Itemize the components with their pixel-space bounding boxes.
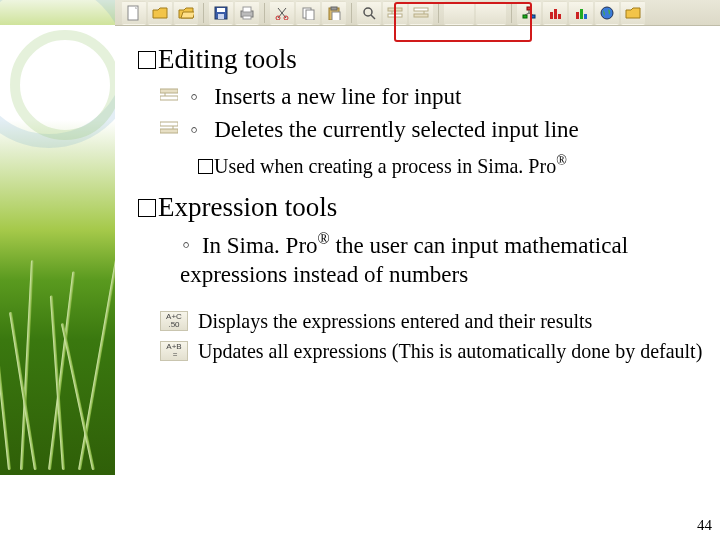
svg-rect-18 [331,7,337,10]
svg-rect-10 [243,16,251,19]
list-item-text: Deletes the currently selected input lin… [214,114,579,145]
svg-rect-9 [243,7,251,12]
editing-note-text: Used when creating a process in Sima. Pr… [214,155,556,177]
folder-icon[interactable] [621,1,645,25]
expression-para-a: In Sima. Pro [202,232,318,257]
svg-rect-36 [558,14,561,19]
svg-marker-41 [626,8,640,18]
sidebar-decorative [0,0,115,540]
registered-mark: ® [318,230,330,247]
copy-icon[interactable] [296,1,320,25]
insert-line-icon[interactable] [383,1,407,25]
svg-rect-25 [414,8,428,11]
svg-rect-43 [160,96,178,100]
bullet-ring: ◦ [190,114,198,145]
editing-note: Used when creating a process in Sima. Pr… [198,153,720,178]
svg-rect-39 [584,14,587,19]
svg-rect-16 [306,10,314,20]
svg-rect-6 [217,8,225,12]
open-file-icon[interactable] [148,1,172,25]
list-item: A+C .50 Displays the expressions entered… [160,308,720,334]
svg-rect-35 [554,9,557,19]
bullet-ring: ◦ [190,81,198,112]
print-icon[interactable] [235,1,259,25]
svg-rect-34 [550,12,553,19]
svg-rect-42 [160,89,178,93]
svg-rect-30 [531,15,535,18]
content: Editing tools ◦ Inserts a new line for i… [130,44,720,368]
list-item-text: Inserts a new line for input [214,81,461,112]
svg-rect-19 [332,12,340,20]
insert-line-icon [160,86,178,104]
expression-items: A+C .50 Displays the expressions entered… [160,308,720,364]
toolbar-separator [438,3,439,23]
svg-point-40 [601,7,613,19]
svg-line-21 [371,15,375,19]
open-folder-icon[interactable] [174,1,198,25]
slide: Editing tools ◦ Inserts a new line for i… [0,0,720,540]
new-file-icon[interactable] [122,1,146,25]
expr-display-icon[interactable] [444,1,474,25]
chart-red-icon[interactable] [543,1,567,25]
registered-mark: ® [556,153,567,168]
editing-tools-list: ◦ Inserts a new line for input ◦ Deletes… [160,81,720,145]
svg-rect-46 [160,129,178,133]
heading-expression-tools: Expression tools [138,192,720,223]
paste-icon[interactable] [322,1,346,25]
toolbar-separator [511,3,512,23]
bullet-ring: ◦ [182,232,190,257]
heading-editing-tools: Editing tools [138,44,720,75]
svg-rect-7 [218,14,224,19]
list-item: A+B = Updates all expressions (This is a… [160,338,720,364]
expr-display-icon: A+C .50 [160,311,188,331]
svg-rect-23 [388,14,402,17]
svg-rect-26 [414,14,428,17]
svg-rect-28 [527,7,531,10]
zoom-icon[interactable] [357,1,381,25]
tree-icon[interactable] [517,1,541,25]
list-item: ◦ Inserts a new line for input [160,81,720,112]
list-item-text: Displays the expressions entered and the… [198,310,592,332]
globe-icon[interactable] [595,1,619,25]
toolbar-separator [264,3,265,23]
delete-line-icon[interactable] [409,1,433,25]
svg-marker-4 [181,12,194,18]
toolbar-separator [203,3,204,23]
heading-expression-label: Expression tools [158,192,337,222]
toolbar-separator [351,3,352,23]
list-item: ◦ Deletes the currently selected input l… [160,114,720,145]
toolbar [115,0,720,26]
delete-line-icon [160,119,178,137]
heading-editing-label: Editing tools [158,44,297,74]
expr-update-label: A+B = [166,343,181,359]
expression-para: ◦ In Sima. Pro® the user can input mathe… [180,229,712,290]
chart-multi-icon[interactable] [569,1,593,25]
cut-icon[interactable] [270,1,294,25]
list-item-text: Updates all expressions (This is automat… [198,340,702,362]
svg-rect-29 [523,15,527,18]
save-icon[interactable] [209,1,233,25]
expr-display-label: A+C .50 [166,313,182,329]
svg-point-20 [364,8,372,16]
svg-rect-37 [576,12,579,19]
svg-rect-38 [580,9,583,19]
page-number: 44 [697,517,712,534]
expr-update-icon: A+B = [160,341,188,361]
svg-rect-22 [388,8,402,11]
svg-rect-45 [160,122,178,126]
expr-update-icon[interactable] [476,1,506,25]
svg-marker-2 [153,8,167,18]
